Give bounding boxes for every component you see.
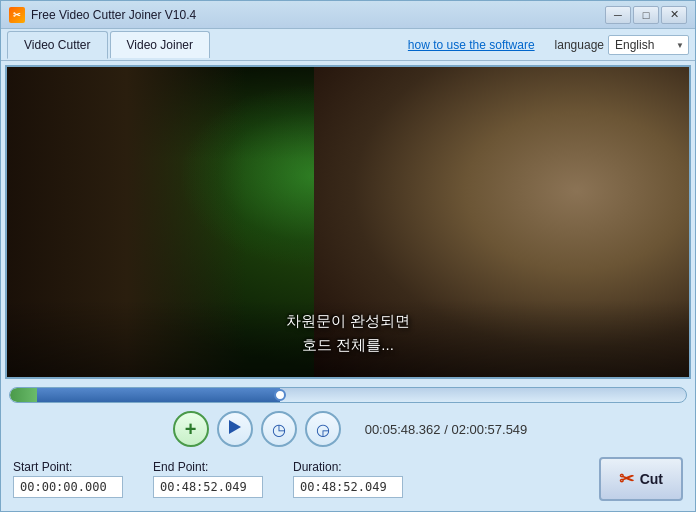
- window-controls: ─ □ ✕: [605, 6, 687, 24]
- add-icon: +: [185, 418, 197, 441]
- start-point-label: Start Point:: [13, 460, 123, 474]
- controls-row: + ◷ ◶ 00:05:48.362 / 02:00:57.549: [1, 407, 695, 451]
- maximize-button[interactable]: □: [633, 6, 659, 24]
- progress-played: [37, 388, 280, 402]
- progress-handle[interactable]: [274, 389, 286, 401]
- progress-area: [1, 383, 695, 407]
- title-bar: ✂ Free Video Cutter Joiner V10.4 ─ □ ✕: [1, 1, 695, 29]
- set-start-button[interactable]: ◷: [261, 411, 297, 447]
- video-frame: 차원문이 완성되면 호드 전체를...: [7, 67, 689, 377]
- time-display: 00:05:48.362 / 02:00:57.549: [365, 422, 528, 437]
- current-time: 00:05:48.362: [365, 422, 441, 437]
- end-point-icon: ◶: [316, 420, 330, 439]
- play-button[interactable]: [217, 411, 253, 447]
- video-content: 차원문이 완성되면 호드 전체를...: [7, 67, 689, 377]
- tab-video-cutter[interactable]: Video Cutter: [7, 31, 108, 59]
- window-title: Free Video Cutter Joiner V10.4: [31, 8, 605, 22]
- subtitle-line2: 호드 전체를...: [7, 333, 689, 357]
- language-select[interactable]: English Chinese French German Spanish Ja…: [608, 35, 689, 55]
- play-triangle-icon: [229, 420, 241, 434]
- end-point-input[interactable]: [153, 476, 263, 498]
- minimize-button[interactable]: ─: [605, 6, 631, 24]
- set-end-button[interactable]: ◶: [305, 411, 341, 447]
- app-icon-symbol: ✂: [13, 10, 21, 20]
- progress-bar[interactable]: [9, 387, 687, 403]
- start-point-icon: ◷: [272, 420, 286, 439]
- cut-label: Cut: [640, 471, 663, 487]
- duration-group: Duration:: [293, 460, 403, 498]
- end-point-label: End Point:: [153, 460, 263, 474]
- add-file-button[interactable]: +: [173, 411, 209, 447]
- total-time: 02:00:57.549: [451, 422, 527, 437]
- end-point-group: End Point:: [153, 460, 263, 498]
- main-window: ✂ Free Video Cutter Joiner V10.4 ─ □ ✕ V…: [0, 0, 696, 512]
- progress-fill: [10, 388, 37, 402]
- tab-video-joiner[interactable]: Video Joiner: [110, 31, 211, 58]
- language-wrapper: English Chinese French German Spanish Ja…: [608, 35, 689, 55]
- duration-input[interactable]: [293, 476, 403, 498]
- menu-bar: Video Cutter Video Joiner how to use the…: [1, 29, 695, 61]
- video-player: 차원문이 완성되면 호드 전체를...: [5, 65, 691, 379]
- cut-button[interactable]: ✂ Cut: [599, 457, 683, 501]
- language-label: language: [555, 38, 604, 52]
- scissors-icon: ✂: [619, 468, 634, 490]
- bottom-row: Start Point: End Point: Duration: ✂ Cut: [1, 451, 695, 511]
- play-icon: [229, 420, 241, 438]
- subtitle-line1: 차원문이 완성되면: [7, 309, 689, 333]
- app-icon: ✂: [9, 7, 25, 23]
- start-point-input[interactable]: [13, 476, 123, 498]
- subtitle-overlay: 차원문이 완성되면 호드 전체를...: [7, 309, 689, 357]
- start-point-group: Start Point:: [13, 460, 123, 498]
- help-link[interactable]: how to use the software: [408, 38, 535, 52]
- duration-label: Duration:: [293, 460, 403, 474]
- close-button[interactable]: ✕: [661, 6, 687, 24]
